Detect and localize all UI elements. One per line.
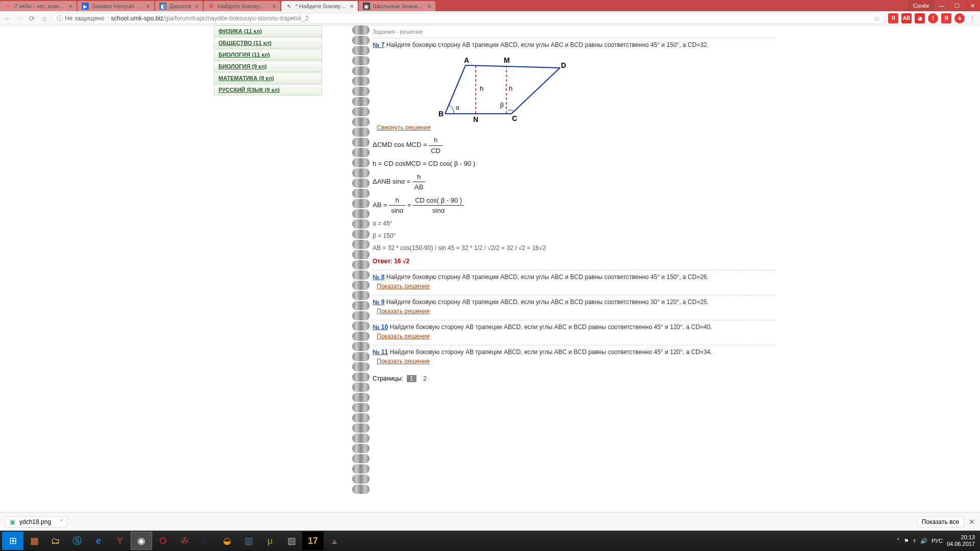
tab-close-icon[interactable]: ✕ xyxy=(427,4,431,9)
problem-number-link[interactable]: № 9 xyxy=(373,298,384,306)
info-icon[interactable]: i xyxy=(57,15,63,21)
page-current: 1 xyxy=(407,375,416,382)
menu-icon[interactable]: ⋮ xyxy=(968,14,977,23)
page-link-2[interactable]: 2 xyxy=(420,375,430,382)
math-line-1: ΔCMD cos MCD = hCD xyxy=(373,135,776,156)
address-bar[interactable]: i Не защищено | school.umk-spo.biz/gia/f… xyxy=(52,13,885,24)
ext-adblock-icon[interactable]: AB xyxy=(901,13,912,23)
math-line-3: ΔANB sinα = hAB xyxy=(373,172,776,192)
math-line-5: α = 45° xyxy=(373,219,776,228)
tray-sound-icon[interactable]: 🔊 xyxy=(920,538,927,544)
lol-icon[interactable]: ⟁ xyxy=(324,532,345,550)
show-all-downloads-button[interactable]: Показать все xyxy=(917,516,964,528)
problem-9: № 9 Найдите боковую сторону AB трапеции … xyxy=(373,295,776,320)
tray-lang[interactable]: РУС xyxy=(932,538,943,544)
tab-close-icon[interactable]: ✕ xyxy=(272,4,276,9)
vm-icon[interactable]: ▥ xyxy=(238,532,259,550)
tab-3[interactable]: Я Найдите боковую сторо ✕ xyxy=(204,1,280,11)
window-user[interactable]: Санёк xyxy=(908,0,934,11)
star-icon[interactable]: ☆ xyxy=(874,14,880,22)
heart-icon: ❤ xyxy=(4,3,11,10)
show-solution-link[interactable]: Показать решение xyxy=(377,332,430,341)
math-line-4: AB = hsinα = CD cos( β - 90 )sinα xyxy=(373,195,776,216)
tabs-row: ❤ 7 небо - чат, знакомств ✕ ▶ Sawano Hir… xyxy=(0,0,908,11)
tray-flag-icon[interactable]: ⚑ xyxy=(904,538,909,544)
tab-title: Найдите боковую сторо xyxy=(218,3,269,9)
tray-network-icon[interactable]: ⫯ xyxy=(913,538,916,544)
sidebar-item-0[interactable]: ФИЗИКА (11 кл) xyxy=(214,26,322,37)
sidebar-item-1[interactable]: ОБЩЕСТВО (11 кл) xyxy=(214,37,322,48)
secure-label: Не защищено xyxy=(65,15,104,22)
math-line-7: AB = 32 * cos(150-90) / sin 45 = 32 * 1/… xyxy=(373,243,776,253)
utorrent-icon[interactable]: μ xyxy=(259,532,281,550)
problem-10: № 10 Найдите боковую сторону AB трапеции… xyxy=(373,320,776,345)
ext-y2-icon[interactable]: Я xyxy=(941,13,951,23)
minimize-button[interactable]: ― xyxy=(934,0,949,11)
show-solution-link[interactable]: Показать решение xyxy=(377,307,430,316)
home-icon[interactable]: ⌂ xyxy=(40,14,49,23)
problem-text: Найдите боковую сторону AB трапеции ABCD… xyxy=(386,41,709,48)
chrome-icon[interactable]: ◉ xyxy=(131,532,152,550)
back-icon[interactable]: ← xyxy=(3,14,12,23)
ext-yandex-icon[interactable]: Я xyxy=(888,13,898,23)
close-button[interactable]: ✕ xyxy=(965,0,980,11)
tab-close-icon[interactable]: ✕ xyxy=(68,4,72,9)
problem-text: Найдите боковую сторону AB трапеции ABCD… xyxy=(389,348,712,356)
sidebar-item-3[interactable]: БИОЛОГИЯ (9 кл) xyxy=(214,61,322,72)
page-icon: ✎ xyxy=(285,3,292,10)
firefox-icon[interactable]: ◒ xyxy=(216,532,238,550)
explorer-icon[interactable]: 🗂 xyxy=(45,532,66,550)
problem-7: № 7 Найдите боковую сторону AB трапеции … xyxy=(373,38,776,270)
yandex-browser-icon[interactable]: Y xyxy=(109,532,131,550)
sidebar-item-5[interactable]: РУССКИЙ ЯЗЫК (9 кл) xyxy=(214,84,322,95)
ie-icon[interactable]: e xyxy=(88,532,109,550)
steam-icon[interactable]: ◐ xyxy=(195,532,216,550)
tab-1[interactable]: ▶ Sawano Hiroyuki & B... ✕ xyxy=(78,1,154,11)
show-solution-link[interactable]: Показать решение xyxy=(377,357,430,366)
chevron-up-icon[interactable]: ˄ xyxy=(60,519,63,524)
ext-round-icon[interactable]: ! xyxy=(928,13,938,23)
tray-clock[interactable]: 20:13 04.06.2017 xyxy=(947,534,975,547)
show-solution-link[interactable]: Показать решение xyxy=(377,282,430,291)
tab-close-icon[interactable]: ✕ xyxy=(194,4,199,9)
svg-text:h: h xyxy=(509,85,512,92)
sidebar-item-2[interactable]: БИОЛОГИЯ (11 кл) xyxy=(214,49,322,60)
math-line-2: h = CD cosMCD = CD cos( β - 90 ) xyxy=(373,159,776,169)
opera-icon[interactable]: O xyxy=(152,532,174,550)
fifa-icon[interactable]: 17 xyxy=(302,532,324,550)
tab-0[interactable]: ❤ 7 небо - чат, знакомств ✕ xyxy=(0,1,77,11)
tab-4[interactable]: ✎ * Найдите боковую сто ✕ xyxy=(281,1,358,11)
office-icon[interactable]: ▦ xyxy=(23,532,45,550)
problem-number-link[interactable]: № 7 xyxy=(373,41,384,48)
app-icon[interactable]: ▧ xyxy=(281,532,302,550)
ext-q-icon[interactable]: ◕ xyxy=(915,13,925,23)
maximize-button[interactable]: ☐ xyxy=(949,0,965,11)
collapse-solution-link[interactable]: Свернуть решение xyxy=(377,123,431,132)
tray-up-icon[interactable]: ˄ xyxy=(897,538,900,544)
ccleaner-icon[interactable]: ✇ xyxy=(174,532,195,550)
reload-icon[interactable]: ⟳ xyxy=(28,14,37,23)
svg-text:M: M xyxy=(504,56,510,64)
tab-close-icon[interactable]: ✕ xyxy=(350,4,354,9)
sidebar-item-4[interactable]: МАТЕМАТИКА (9 кл) xyxy=(214,72,322,84)
taskbar: ⊞ ▦ 🗂 Ⓢ e Y ◉ O ✇ ◐ ◒ ▥ μ ▧ 17 ⟁ ˄ ⚑ ⫯ 🔊… xyxy=(0,531,980,551)
tab-5[interactable]: ▣ Школьные Знания.com ✕ xyxy=(359,1,435,11)
ext-av-icon[interactable]: а xyxy=(954,13,965,23)
svg-line-2 xyxy=(465,65,560,68)
problem-text: Найдите боковую сторону AB трапеции ABCD… xyxy=(389,323,712,331)
close-icon[interactable]: ✕ xyxy=(969,518,975,526)
vk-icon: ◧ xyxy=(159,3,166,10)
problem-number-link[interactable]: № 8 xyxy=(373,273,384,281)
tab-2[interactable]: ◧ Диалоги ✕ xyxy=(155,1,203,11)
problem-number-link[interactable]: № 11 xyxy=(373,348,388,356)
skype-icon[interactable]: Ⓢ xyxy=(66,532,88,550)
tab-title: Диалоги xyxy=(169,3,191,9)
tab-title: * Найдите боковую сто xyxy=(296,3,347,9)
download-item[interactable]: ▣ ydch18.png ˄ xyxy=(5,516,67,528)
forward-icon[interactable]: → xyxy=(15,14,24,23)
problem-number-link[interactable]: № 10 xyxy=(373,323,388,331)
start-icon[interactable]: ⊞ xyxy=(2,532,23,550)
tab-close-icon[interactable]: ✕ xyxy=(146,4,150,9)
subject-sidebar: ФИЗИКА (11 кл) ОБЩЕСТВО (11 кл) БИОЛОГИЯ… xyxy=(214,26,322,96)
svg-text:h: h xyxy=(480,85,483,92)
